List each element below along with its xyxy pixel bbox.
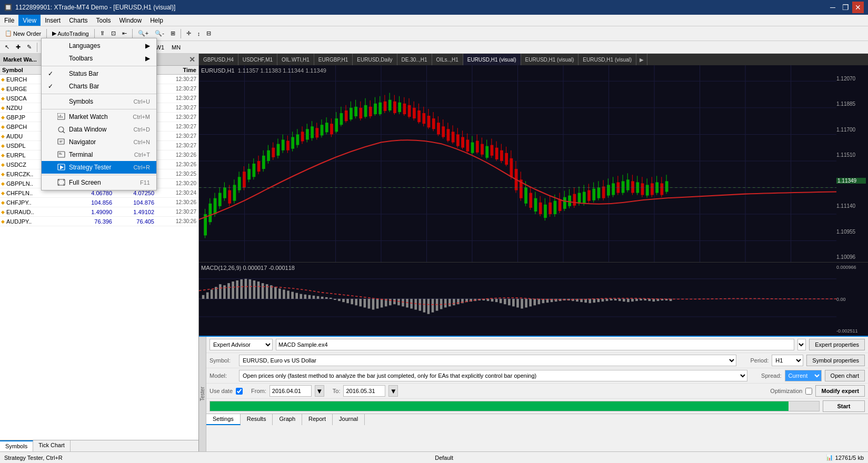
menu-item-insert[interactable]: Insert: [41, 15, 65, 26]
menu-item-charts[interactable]: Charts: [65, 15, 92, 26]
chart-tab-scroll-right[interactable]: ▶: [636, 54, 647, 65]
svg-rect-255: [368, 299, 371, 309]
tester-tab-journal[interactable]: Journal: [333, 414, 365, 425]
toolbar-cursor[interactable]: ↖: [2, 42, 12, 53]
menu-symbols[interactable]: Symbols Ctrl+U: [42, 95, 156, 108]
svg-rect-108: [417, 110, 421, 122]
time-value: 12:30:20: [156, 180, 198, 186]
toolbar-period-sep[interactable]: ⊟: [204, 28, 214, 39]
macd-label-2: 0.00: [836, 297, 866, 302]
menu-languages[interactable]: Languages ▶: [42, 39, 156, 52]
svg-rect-30: [228, 190, 231, 204]
svg-rect-272: [440, 299, 443, 309]
chart-tab-eurusd-daily[interactable]: EURUSD,Daily: [353, 54, 397, 65]
table-row[interactable]: ◆ AUDJPY.. 76.396 76.405 12:30:26: [0, 217, 198, 226]
expert-properties-button[interactable]: Expert properties: [809, 339, 865, 350]
strategytester-shortcut: Ctrl+R: [134, 164, 150, 170]
table-row[interactable]: ◆ CHFJPY.. 104.856 104.876 12:30:26: [0, 198, 198, 207]
spread-label-text: Spread:: [761, 373, 782, 379]
menu-item-help[interactable]: Help: [146, 15, 167, 26]
expert-file-input[interactable]: [276, 339, 794, 350]
tester-tab-report[interactable]: Report: [302, 414, 333, 425]
from-date-picker[interactable]: ▼: [315, 385, 324, 397]
mw-tab-symbols[interactable]: Symbols: [0, 440, 33, 451]
tester-tab-results[interactable]: Results: [241, 414, 273, 425]
from-date-input[interactable]: [270, 385, 312, 397]
symbol-name: EURPL: [6, 152, 26, 158]
toolbar-crosshair[interactable]: ✚: [13, 42, 23, 53]
chart-tab-gbpusd[interactable]: GBPUSD,H4: [199, 54, 238, 65]
modify-expert-button[interactable]: Modify expert: [815, 385, 865, 397]
chart-tab-eurusd-h1-2[interactable]: EURUSD,H1 (visual): [521, 54, 579, 65]
chart-wrapper: EURUSD,H1 1.11357 1.11383 1.11344 1.1134…: [199, 65, 868, 451]
use-date-checkbox[interactable]: [236, 388, 243, 395]
svg-rect-241: [308, 295, 311, 299]
symbol-name: AUDU: [6, 133, 23, 139]
macd-info: MACD(12,26,9) 0.000017 -0.000118: [201, 265, 295, 271]
title-bar-left: 🔲 1122899901: XTrade-MT4 Demo - [EURUSD,…: [4, 4, 175, 11]
menu-navigator[interactable]: Navigator Ctrl+N: [42, 136, 156, 148]
bid-price: 4.06780: [72, 190, 114, 196]
mw-tab-tickchart[interactable]: Tick Chart: [33, 440, 71, 451]
menu-chartsbar[interactable]: ✓ Charts Bar: [42, 80, 156, 93]
menu-item-tools[interactable]: Tools: [92, 15, 115, 26]
restore-button[interactable]: ❐: [840, 2, 851, 13]
menu-fullscreen[interactable]: Full Screen F11: [42, 176, 156, 189]
tester-tab-graph[interactable]: Graph: [273, 414, 302, 425]
symbol-properties-button[interactable]: Symbol properties: [806, 355, 865, 366]
toolbar-fit[interactable]: ⊞: [168, 28, 178, 39]
chart-symbol: EURUSD,H1: [201, 67, 236, 74]
statusbar-check: ✓: [48, 70, 56, 77]
close-button[interactable]: ✕: [852, 2, 864, 13]
period-label-text: Period:: [750, 357, 769, 364]
chart-info: EURUSD,H1 1.11357 1.11383 1.11344 1.1134…: [201, 67, 326, 74]
statusbar-icon: [56, 69, 67, 78]
period-select[interactable]: H1: [772, 355, 803, 366]
tester-row-model: Model: Open prices only (fastest method …: [206, 368, 868, 384]
symbol-diamond: ◆: [1, 181, 5, 186]
menu-terminal[interactable]: Terminal Ctrl+T: [42, 148, 156, 161]
menu-toolbars[interactable]: Toolbars ▶: [42, 52, 156, 65]
symbol-select[interactable]: EURUSD, Euro vs US Dollar: [239, 355, 736, 366]
model-select[interactable]: Open prices only (fastest method to anal…: [239, 370, 747, 381]
chart-tab-de30[interactable]: DE.30..,H1: [397, 54, 432, 65]
open-chart-button[interactable]: Open chart: [825, 370, 865, 381]
to-date-picker[interactable]: ▼: [388, 385, 398, 397]
chart-tab-eurusd-h1-1[interactable]: EURUSD,H1 (visual): [463, 54, 521, 65]
menu-statusbar[interactable]: ✓ Status Bar: [42, 67, 156, 80]
expert-type-select[interactable]: Expert Advisor: [209, 339, 273, 350]
toolbar-line[interactable]: ↕: [195, 28, 203, 39]
chart-tab-eurgbp[interactable]: EURGBP,H1: [314, 54, 353, 65]
tf-mn[interactable]: MN: [168, 42, 184, 53]
chart-tab-eurusd-h1-3[interactable]: EURUSD,H1 (visual): [578, 54, 636, 65]
menu-item-view[interactable]: View: [18, 15, 41, 26]
symbol-diamond: ◆: [1, 190, 5, 196]
toolbar-draw[interactable]: ✎: [24, 42, 34, 53]
tester-tab-settings[interactable]: Settings: [206, 414, 241, 425]
menu-marketwatch[interactable]: Market Watch Ctrl+M: [42, 110, 156, 123]
minimize-button[interactable]: ─: [827, 2, 839, 13]
toolbar-cross[interactable]: ✛: [184, 28, 194, 39]
menu-item-window[interactable]: Window: [115, 15, 146, 26]
table-row[interactable]: ◆ EURAUD.. 1.49090 1.49102 12:30:27: [0, 207, 198, 217]
symbol-name: USDCA: [6, 95, 27, 102]
start-button[interactable]: Start: [823, 400, 865, 412]
chart-tab-oils[interactable]: OILs..,H1: [432, 54, 463, 65]
menu-strategytester[interactable]: Strategy Tester Ctrl+R: [42, 161, 156, 174]
svg-rect-226: [245, 279, 247, 299]
chart-tab-usdchf[interactable]: USDCHF,M1: [238, 54, 277, 65]
svg-marker-340: [60, 165, 64, 169]
menu-datawindow[interactable]: Data Window Ctrl+D: [42, 123, 156, 136]
autotrading-label: AutoTrading: [57, 31, 89, 37]
market-watch-close[interactable]: ✕: [189, 55, 195, 64]
menu-item-file[interactable]: File: [0, 15, 18, 26]
chart-tab-oilwti[interactable]: OIL.WTI,H1: [277, 54, 314, 65]
toolbar-new-order[interactable]: 📋 New Order: [2, 28, 44, 39]
expert-file-dropdown[interactable]: [797, 339, 806, 350]
optimization-checkbox[interactable]: [805, 388, 812, 395]
svg-line-332: [63, 131, 65, 133]
to-date-input[interactable]: [343, 385, 385, 397]
svg-rect-26: [218, 193, 222, 206]
svg-rect-136: [485, 146, 488, 158]
spread-select[interactable]: Current: [785, 370, 822, 381]
